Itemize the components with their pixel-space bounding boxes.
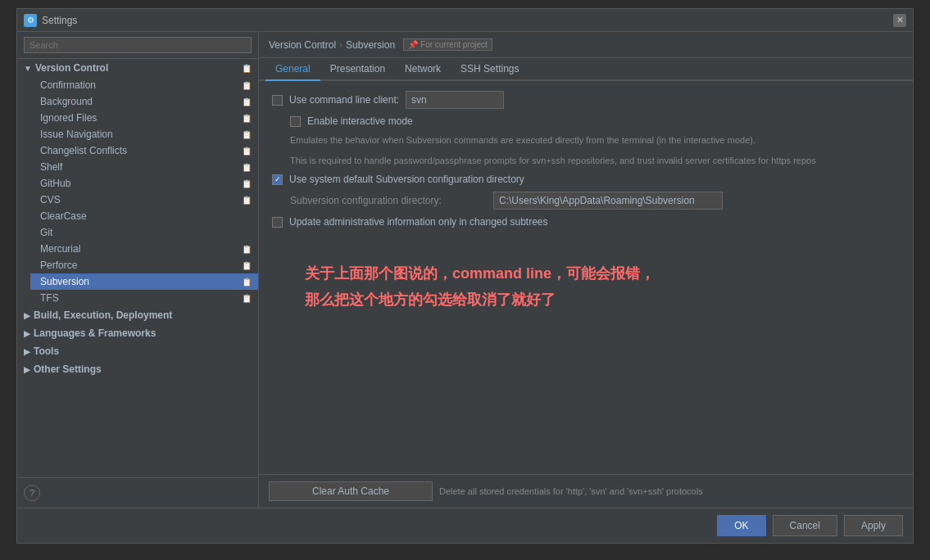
update-admin-label: Update administrative information only i… — [289, 216, 548, 228]
sidebar-item-confirmation[interactable]: Confirmation 📋 — [30, 77, 258, 93]
other-group: ▶ Other Settings — [17, 360, 258, 378]
sidebar-item-git[interactable]: Git — [30, 224, 258, 241]
sidebar-item-shelf[interactable]: Shelf 📋 — [30, 159, 258, 175]
sidebar-item-cvs[interactable]: CVS 📋 — [30, 192, 258, 208]
use-system-default-checkbox[interactable] — [272, 174, 283, 185]
expand-arrow: ▶ — [24, 329, 30, 338]
update-admin-row: Update administrative information only i… — [272, 216, 900, 228]
project-label: For current project — [420, 40, 488, 49]
use-command-line-row: Use command line client: — [272, 91, 900, 109]
item-icon: 📋 — [242, 97, 252, 106]
sidebar-item-tfs[interactable]: TFS 📋 — [30, 290, 258, 306]
sidebar-item-changelist-conflicts[interactable]: Changelist Conflicts 📋 — [30, 142, 258, 159]
sidebar-item-background[interactable]: Background 📋 — [30, 93, 258, 110]
languages-group: ▶ Languages & Frameworks — [17, 324, 258, 342]
cancel-button[interactable]: Cancel — [773, 515, 837, 536]
config-dir-label: Subversion configuration directory: — [290, 195, 487, 206]
annotation-line1: 关于上面那个图说的，command line，可能会报错， — [305, 260, 867, 287]
update-admin-checkbox[interactable] — [272, 217, 283, 228]
sidebar-item-issue-navigation[interactable]: Issue Navigation 📋 — [30, 126, 258, 142]
expand-arrow: ▶ — [24, 311, 30, 320]
help-section: ? — [17, 477, 258, 508]
project-icon: 📌 — [408, 40, 418, 49]
dialog-body: ▼ Version Control 📋 Confirmation 📋 Backg… — [17, 32, 913, 508]
tab-network[interactable]: Network — [395, 58, 451, 81]
use-system-default-label: Use system default Subversion configurat… — [289, 174, 524, 185]
item-icon: 📋 — [242, 294, 252, 303]
sidebar-item-clearcase[interactable]: ClearCase — [30, 208, 258, 224]
title-bar: ⚙ Settings ✕ — [17, 9, 913, 32]
sidebar-item-ignored-files[interactable]: Ignored Files 📋 — [30, 110, 258, 126]
sidebar: ▼ Version Control 📋 Confirmation 📋 Backg… — [17, 32, 259, 508]
sidebar-item-mercurial[interactable]: Mercurial 📋 — [30, 241, 258, 257]
build-label: Build, Execution, Deployment — [34, 309, 172, 321]
interactive-desc1: Emulates the behavior when Subversion co… — [290, 133, 900, 147]
sidebar-item-perforce[interactable]: Perforce 📋 — [30, 257, 258, 273]
version-control-header[interactable]: ▼ Version Control 📋 — [17, 59, 258, 77]
expand-arrow: ▼ — [24, 64, 32, 73]
tools-header[interactable]: ▶ Tools — [17, 342, 258, 360]
languages-header[interactable]: ▶ Languages & Frameworks — [17, 324, 258, 342]
settings-icon: ⚙ — [24, 14, 37, 27]
item-icon: 📋 — [242, 278, 252, 287]
ok-button[interactable]: OK — [717, 515, 765, 536]
close-button[interactable]: ✕ — [893, 14, 906, 27]
search-box — [17, 32, 258, 59]
dialog-footer: OK Cancel Apply — [17, 508, 913, 543]
item-icon: 📋 — [242, 163, 252, 172]
settings-dialog: ⚙ Settings ✕ ▼ Version Control 📋 Confirm… — [16, 8, 914, 544]
help-button[interactable]: ? — [24, 485, 40, 501]
languages-label: Languages & Frameworks — [34, 327, 156, 339]
project-badge: 📌 For current project — [403, 38, 492, 51]
annotation-line2: 那么把这个地方的勾选给取消了就好了 — [305, 287, 867, 313]
other-header[interactable]: ▶ Other Settings — [17, 360, 258, 378]
enable-interactive-row: Enable interactive mode — [290, 115, 900, 127]
config-dir-input[interactable] — [493, 192, 723, 210]
annotation-box: 关于上面那个图说的，command line，可能会报错， 那么把这个地方的勾选… — [272, 244, 900, 330]
tab-presentation[interactable]: Presentation — [320, 58, 395, 81]
apply-button[interactable]: Apply — [844, 515, 903, 536]
content-area: Use command line client: Enable interact… — [259, 81, 913, 474]
breadcrumb: Version Control › Subversion 📌 For curre… — [259, 32, 913, 58]
sidebar-item-github[interactable]: GitHub 📋 — [30, 175, 258, 192]
clear-desc: Delete all stored credentials for 'http'… — [439, 486, 703, 496]
sidebar-item-subversion[interactable]: Subversion 📋 — [30, 273, 258, 290]
bottom-bar: Clear Auth Cache Delete all stored crede… — [259, 474, 913, 508]
build-group: ▶ Build, Execution, Deployment — [17, 306, 258, 324]
use-command-line-checkbox[interactable] — [272, 95, 283, 106]
item-icon: 📋 — [242, 81, 252, 90]
expand-arrow: ▶ — [24, 347, 30, 356]
other-label: Other Settings — [34, 364, 102, 375]
command-line-input[interactable] — [406, 91, 504, 109]
enable-interactive-checkbox[interactable] — [290, 116, 301, 127]
enable-interactive-label: Enable interactive mode — [307, 115, 413, 127]
tools-group: ▶ Tools — [17, 342, 258, 360]
use-command-line-label: Use command line client: — [289, 94, 399, 106]
interactive-desc2: This is required to handle password/pass… — [290, 154, 900, 168]
item-icon: 📋 — [242, 130, 252, 139]
tabs-bar: General Presentation Network SSH Setting… — [259, 58, 913, 81]
vc-icon: 📋 — [242, 64, 252, 73]
expand-arrow: ▶ — [24, 365, 30, 374]
item-icon: 📋 — [242, 114, 252, 123]
use-system-default-row: Use system default Subversion configurat… — [272, 174, 900, 185]
tab-ssh-settings[interactable]: SSH Settings — [451, 58, 529, 81]
build-header[interactable]: ▶ Build, Execution, Deployment — [17, 306, 258, 324]
item-icon: 📋 — [242, 245, 252, 254]
item-icon: 📋 — [242, 196, 252, 205]
dialog-title: Settings — [42, 15, 77, 26]
version-control-group: ▼ Version Control 📋 Confirmation 📋 Backg… — [17, 59, 258, 306]
item-icon: 📋 — [242, 147, 252, 156]
config-dir-row: Subversion configuration directory: — [290, 192, 900, 210]
tools-label: Tools — [34, 345, 59, 357]
breadcrumb-part2: Subversion — [346, 39, 395, 51]
version-control-label: Version Control — [35, 62, 108, 74]
tab-general[interactable]: General — [265, 58, 320, 81]
search-input[interactable] — [24, 37, 252, 53]
breadcrumb-part1: Version Control — [269, 39, 336, 51]
clear-auth-cache-button[interactable]: Clear Auth Cache — [269, 481, 433, 501]
item-icon: 📋 — [242, 261, 252, 270]
item-icon: 📋 — [242, 179, 252, 188]
main-content: Version Control › Subversion 📌 For curre… — [259, 32, 913, 508]
breadcrumb-sep: › — [339, 39, 343, 51]
